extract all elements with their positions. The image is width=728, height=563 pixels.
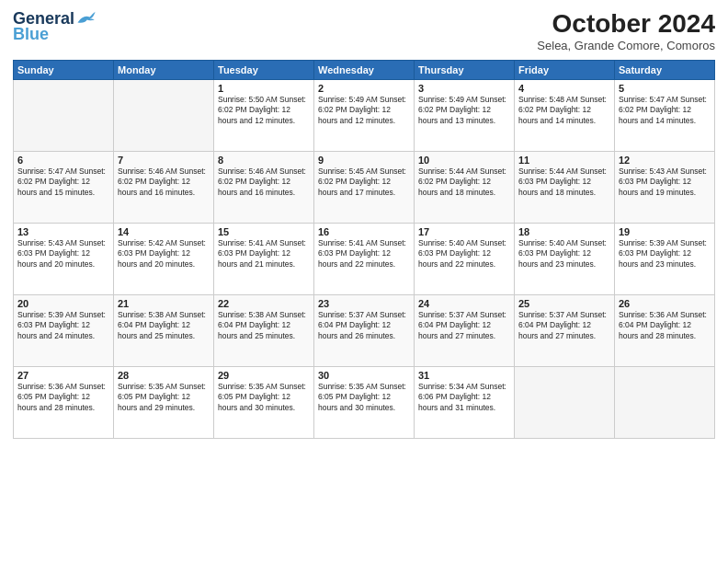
day-number: 1 (218, 83, 310, 94)
table-row: 18Sunrise: 5:40 AM Sunset: 6:03 PM Dayli… (515, 224, 615, 295)
table-row: 8Sunrise: 5:46 AM Sunset: 6:02 PM Daylig… (214, 152, 314, 224)
header-monday: Monday (114, 61, 214, 80)
day-number: 3 (418, 83, 510, 94)
table-row: 6Sunrise: 5:47 AM Sunset: 6:02 PM Daylig… (14, 152, 114, 224)
day-info: Sunrise: 5:37 AM Sunset: 6:04 PM Dayligh… (418, 310, 510, 341)
day-info: Sunrise: 5:35 AM Sunset: 6:05 PM Dayligh… (118, 382, 210, 413)
day-info: Sunrise: 5:40 AM Sunset: 6:03 PM Dayligh… (518, 238, 610, 270)
table-row: 26Sunrise: 5:36 AM Sunset: 6:04 PM Dayli… (615, 295, 715, 367)
day-info: Sunrise: 5:48 AM Sunset: 6:02 PM Dayligh… (518, 95, 610, 126)
day-number: 6 (17, 155, 109, 166)
table-row: 1Sunrise: 5:50 AM Sunset: 6:02 PM Daylig… (214, 80, 314, 152)
day-number: 27 (17, 370, 109, 381)
page: General Blue October 2024 Selea, Grande … (0, 0, 728, 563)
title-block: October 2024 Selea, Grande Comore, Comor… (537, 9, 715, 52)
table-row: 19Sunrise: 5:39 AM Sunset: 6:03 PM Dayli… (615, 224, 715, 295)
header-saturday: Saturday (615, 61, 715, 80)
table-row: 12Sunrise: 5:43 AM Sunset: 6:03 PM Dayli… (615, 152, 715, 224)
table-row: 17Sunrise: 5:40 AM Sunset: 6:03 PM Dayli… (415, 224, 515, 295)
day-info: Sunrise: 5:37 AM Sunset: 6:04 PM Dayligh… (318, 310, 410, 341)
table-row: 30Sunrise: 5:35 AM Sunset: 6:05 PM Dayli… (314, 367, 415, 439)
day-info: Sunrise: 5:47 AM Sunset: 6:02 PM Dayligh… (619, 95, 711, 126)
day-info: Sunrise: 5:38 AM Sunset: 6:04 PM Dayligh… (118, 310, 210, 341)
header-wednesday: Wednesday (314, 61, 415, 80)
table-row: 25Sunrise: 5:37 AM Sunset: 6:04 PM Dayli… (515, 295, 615, 367)
day-number: 12 (619, 155, 711, 166)
table-row: 27Sunrise: 5:36 AM Sunset: 6:05 PM Dayli… (14, 367, 114, 439)
calendar-week-row: 1Sunrise: 5:50 AM Sunset: 6:02 PM Daylig… (14, 80, 715, 152)
header-thursday: Thursday (415, 61, 515, 80)
day-info: Sunrise: 5:36 AM Sunset: 6:05 PM Dayligh… (17, 382, 109, 413)
day-info: Sunrise: 5:43 AM Sunset: 6:03 PM Dayligh… (17, 238, 109, 270)
table-row: 23Sunrise: 5:37 AM Sunset: 6:04 PM Dayli… (314, 295, 415, 367)
table-row: 21Sunrise: 5:38 AM Sunset: 6:04 PM Dayli… (114, 295, 214, 367)
header: General Blue October 2024 Selea, Grande … (13, 9, 715, 52)
header-sunday: Sunday (14, 61, 114, 80)
day-number: 30 (318, 370, 410, 381)
table-row: 28Sunrise: 5:35 AM Sunset: 6:05 PM Dayli… (114, 367, 214, 439)
location: Selea, Grande Comore, Comoros (537, 39, 715, 52)
day-info: Sunrise: 5:39 AM Sunset: 6:03 PM Dayligh… (17, 310, 109, 341)
header-friday: Friday (515, 61, 615, 80)
day-number: 2 (318, 83, 410, 94)
table-row: 5Sunrise: 5:47 AM Sunset: 6:02 PM Daylig… (615, 80, 715, 152)
day-number: 15 (218, 226, 310, 237)
table-row: 7Sunrise: 5:46 AM Sunset: 6:02 PM Daylig… (114, 152, 214, 224)
table-row: 29Sunrise: 5:35 AM Sunset: 6:05 PM Dayli… (214, 367, 314, 439)
calendar-week-row: 6Sunrise: 5:47 AM Sunset: 6:02 PM Daylig… (14, 152, 715, 224)
day-number: 25 (518, 298, 610, 309)
table-row: 2Sunrise: 5:49 AM Sunset: 6:02 PM Daylig… (314, 80, 415, 152)
day-number: 19 (619, 226, 711, 237)
day-info: Sunrise: 5:45 AM Sunset: 6:02 PM Dayligh… (318, 167, 410, 198)
day-number: 17 (418, 226, 510, 237)
day-info: Sunrise: 5:39 AM Sunset: 6:03 PM Dayligh… (619, 238, 711, 270)
day-number: 23 (318, 298, 410, 309)
table-row: 10Sunrise: 5:44 AM Sunset: 6:02 PM Dayli… (415, 152, 515, 224)
table-row: 24Sunrise: 5:37 AM Sunset: 6:04 PM Dayli… (415, 295, 515, 367)
logo-bird-icon (76, 10, 97, 27)
table-row: 4Sunrise: 5:48 AM Sunset: 6:02 PM Daylig… (515, 80, 615, 152)
day-info: Sunrise: 5:35 AM Sunset: 6:05 PM Dayligh… (218, 382, 310, 413)
day-number: 24 (418, 298, 510, 309)
logo: General Blue (13, 9, 97, 44)
calendar-week-row: 13Sunrise: 5:43 AM Sunset: 6:03 PM Dayli… (14, 224, 715, 295)
day-number: 31 (418, 370, 510, 381)
day-number: 26 (619, 298, 711, 309)
day-info: Sunrise: 5:43 AM Sunset: 6:03 PM Dayligh… (619, 167, 711, 198)
calendar-week-row: 20Sunrise: 5:39 AM Sunset: 6:03 PM Dayli… (14, 295, 715, 367)
day-number: 16 (318, 226, 410, 237)
day-info: Sunrise: 5:42 AM Sunset: 6:03 PM Dayligh… (118, 238, 210, 270)
day-number: 8 (218, 155, 310, 166)
day-info: Sunrise: 5:47 AM Sunset: 6:02 PM Dayligh… (17, 167, 109, 198)
day-info: Sunrise: 5:34 AM Sunset: 6:06 PM Dayligh… (418, 382, 510, 413)
day-info: Sunrise: 5:37 AM Sunset: 6:04 PM Dayligh… (518, 310, 610, 341)
day-info: Sunrise: 5:35 AM Sunset: 6:05 PM Dayligh… (318, 382, 410, 413)
day-number: 18 (518, 226, 610, 237)
calendar-week-row: 27Sunrise: 5:36 AM Sunset: 6:05 PM Dayli… (14, 367, 715, 439)
day-number: 5 (619, 83, 711, 94)
day-number: 22 (218, 298, 310, 309)
weekday-header-row: Sunday Monday Tuesday Wednesday Thursday… (14, 61, 715, 80)
day-info: Sunrise: 5:50 AM Sunset: 6:02 PM Dayligh… (218, 95, 310, 126)
day-info: Sunrise: 5:41 AM Sunset: 6:03 PM Dayligh… (218, 238, 310, 270)
day-info: Sunrise: 5:46 AM Sunset: 6:02 PM Dayligh… (118, 167, 210, 198)
day-number: 13 (17, 226, 109, 237)
day-info: Sunrise: 5:38 AM Sunset: 6:04 PM Dayligh… (218, 310, 310, 341)
calendar-table: Sunday Monday Tuesday Wednesday Thursday… (13, 60, 715, 439)
table-row: 20Sunrise: 5:39 AM Sunset: 6:03 PM Dayli… (14, 295, 114, 367)
table-row (114, 80, 214, 152)
table-row: 31Sunrise: 5:34 AM Sunset: 6:06 PM Dayli… (415, 367, 515, 439)
day-number: 21 (118, 298, 210, 309)
day-number: 28 (118, 370, 210, 381)
table-row: 13Sunrise: 5:43 AM Sunset: 6:03 PM Dayli… (14, 224, 114, 295)
table-row (14, 80, 114, 152)
day-number: 10 (418, 155, 510, 166)
table-row (615, 367, 715, 439)
table-row: 16Sunrise: 5:41 AM Sunset: 6:03 PM Dayli… (314, 224, 415, 295)
day-number: 11 (518, 155, 610, 166)
day-number: 9 (318, 155, 410, 166)
day-number: 7 (118, 155, 210, 166)
logo-blue-text: Blue (13, 25, 49, 44)
table-row: 14Sunrise: 5:42 AM Sunset: 6:03 PM Dayli… (114, 224, 214, 295)
table-row: 15Sunrise: 5:41 AM Sunset: 6:03 PM Dayli… (214, 224, 314, 295)
